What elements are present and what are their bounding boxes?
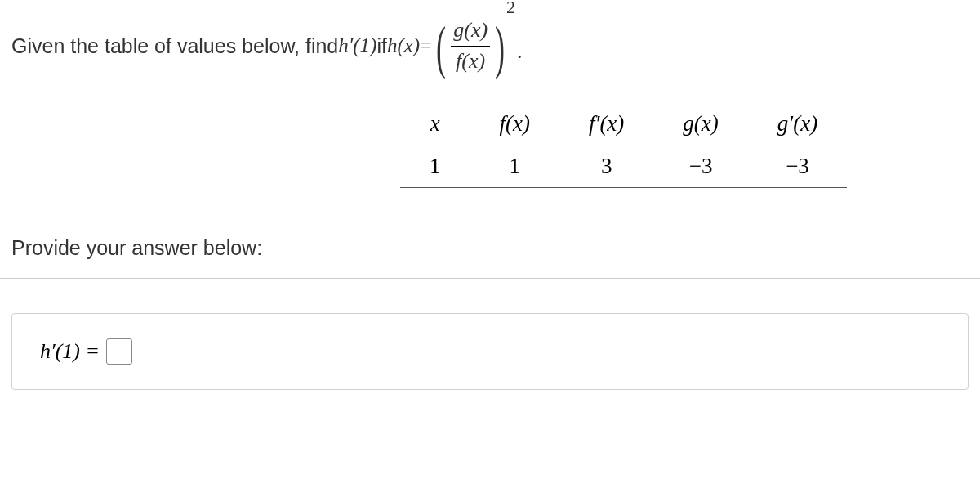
cell-fpx: 3 [559,145,653,188]
answer-zone: h′(1) = [11,313,969,390]
cell-fx: 1 [470,145,559,188]
answer-expression: h′(1) = [40,338,940,365]
values-table: x f(x) f′(x) g(x) g′(x) 1 1 3 −3 −3 [400,103,847,188]
answer-lhs: h′(1) = [40,339,100,364]
cell-gpx: −3 [748,145,847,188]
equals-sign: = [420,34,431,57]
question-intro: Given the table of values below, find [11,34,338,58]
table-row: 1 1 3 −3 −3 [400,145,847,188]
provide-answer-label: Provide your answer below: [0,213,980,279]
question-hprime: h′(1) [338,34,376,57]
answer-input[interactable] [106,338,132,365]
fraction: g(x) f(x) [451,17,490,74]
question-prompt: Given the table of values below, find h′… [0,0,980,83]
table-header-row: x f(x) f′(x) g(x) g′(x) [400,103,847,145]
values-table-area: x f(x) f′(x) g(x) g′(x) 1 1 3 −3 −3 [400,103,980,188]
col-fx: f(x) [500,111,530,136]
fraction-denominator: f(x) [453,47,488,75]
cell-x: 1 [400,145,470,188]
question-if: if [376,34,387,58]
left-paren-icon: ( [436,18,446,77]
col-gx: g(x) [683,111,718,136]
exponent: 2 [506,0,515,18]
question-hx: h(x) [387,34,420,57]
col-gpx: g′(x) [777,111,817,136]
fraction-numerator: g(x) [451,17,490,47]
right-paren-icon: ) [495,18,505,77]
col-fpx: f′(x) [589,111,624,136]
col-x: x [430,111,440,136]
cell-gx: −3 [653,145,747,188]
fraction-expression: ( g(x) f(x) ) 2 . [431,16,523,75]
period: . [517,39,523,64]
